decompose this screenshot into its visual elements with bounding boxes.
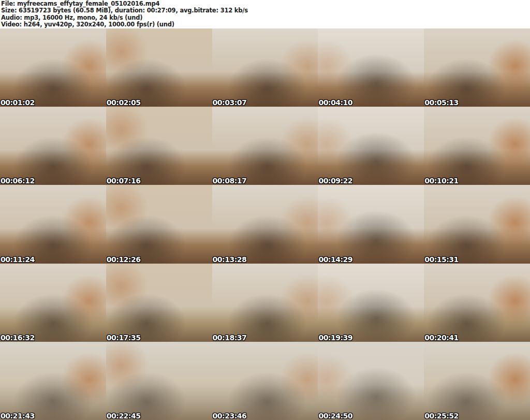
video-thumbnail: 00:05:13 (424, 28, 530, 107)
thumbnail-image (106, 264, 212, 342)
video-thumbnail: 00:22:45 (106, 342, 212, 420)
timestamp-label: 00:23:46 (213, 412, 247, 420)
thumbnail-image (318, 107, 424, 185)
file-info-header: File: myfreecams_effytay_female_05102016… (0, 0, 530, 28)
thumbnail-image (318, 28, 424, 107)
audio-info-line: Audio: mp3, 16000 Hz, mono, 24 kb/s (und… (1, 15, 530, 21)
video-thumbnail: 00:07:16 (106, 107, 212, 185)
video-thumbnail: 00:14:29 (318, 185, 424, 263)
timestamp-label: 00:25:52 (424, 412, 459, 420)
video-thumbnail: 00:03:07 (212, 28, 318, 107)
thumbnail-image (106, 107, 212, 185)
file-name-line: File: myfreecams_effytay_female_05102016… (1, 1, 530, 7)
thumbnail-image (318, 185, 424, 263)
timestamp-label: 00:16:32 (1, 334, 35, 342)
timestamp-label: 00:10:21 (424, 177, 459, 185)
timestamp-label: 00:08:17 (213, 177, 247, 185)
video-thumbnail: 00:02:05 (106, 28, 212, 107)
timestamp-label: 00:02:05 (107, 98, 141, 107)
thumbnail-image (424, 107, 530, 185)
video-thumbnail: 00:10:21 (424, 107, 530, 185)
timestamp-label: 00:12:26 (107, 255, 141, 264)
timestamp-label: 00:17:35 (107, 334, 141, 342)
video-thumbnail: 00:20:41 (424, 264, 530, 342)
file-size-line: Size: 63519723 bytes (60.58 MiB), durati… (1, 7, 530, 14)
timestamp-label: 00:09:22 (318, 177, 352, 185)
timestamp-label: 00:06:12 (1, 177, 35, 185)
thumbnail-image (212, 264, 318, 342)
video-thumbnail: 00:09:22 (318, 107, 424, 185)
thumbnail-image (212, 28, 318, 107)
video-thumbnail: 00:08:17 (212, 107, 318, 185)
thumbnail-image (106, 342, 212, 420)
timestamp-label: 00:07:16 (107, 177, 141, 185)
video-thumbnail: 00:17:35 (106, 264, 212, 342)
timestamp-label: 00:14:29 (318, 255, 352, 264)
video-thumbnail: 00:15:31 (424, 185, 530, 263)
video-info-line: Video: h264, yuv420p, 320x240, 1000.00 f… (1, 21, 530, 28)
timestamp-label: 00:24:50 (318, 412, 352, 420)
video-thumbnail: 00:06:12 (0, 107, 106, 185)
timestamp-label: 00:15:31 (424, 255, 459, 264)
thumbnail-image (0, 28, 106, 107)
timestamp-label: 00:13:28 (213, 255, 247, 264)
timestamp-label: 00:01:02 (1, 98, 35, 107)
timestamp-label: 00:20:41 (424, 334, 459, 342)
video-thumbnail: 00:19:39 (318, 264, 424, 342)
video-thumbnail: 00:04:10 (318, 28, 424, 107)
thumbnail-image (424, 264, 530, 342)
thumbnail-image (0, 342, 106, 420)
thumbnail-image (106, 185, 212, 263)
thumbnail-image (0, 185, 106, 263)
timestamp-label: 00:05:13 (424, 98, 459, 107)
video-thumbnail: 00:25:52 (424, 342, 530, 420)
thumbnail-image (0, 264, 106, 342)
video-thumbnail: 00:16:32 (0, 264, 106, 342)
thumbnail-image (318, 342, 424, 420)
timestamp-label: 00:19:39 (318, 334, 352, 342)
timestamp-label: 00:11:24 (1, 255, 35, 264)
timestamp-label: 00:04:10 (318, 98, 352, 107)
thumbnail-image (212, 185, 318, 263)
thumbnail-image (424, 342, 530, 420)
thumbnail-image (318, 264, 424, 342)
video-thumbnail: 00:12:26 (106, 185, 212, 263)
video-thumbnail: 00:24:50 (318, 342, 424, 420)
thumbnail-image (212, 342, 318, 420)
thumbnail-image (212, 107, 318, 185)
video-thumbnail: 00:13:28 (212, 185, 318, 263)
timestamp-label: 00:21:43 (1, 412, 35, 420)
timestamp-label: 00:22:45 (107, 412, 141, 420)
video-thumbnail: 00:11:24 (0, 185, 106, 263)
thumbnail-image (424, 28, 530, 107)
timestamp-label: 00:18:37 (213, 334, 247, 342)
thumbnail-image (106, 28, 212, 107)
video-thumbnail: 00:18:37 (212, 264, 318, 342)
timestamp-label: 00:03:07 (213, 98, 247, 107)
video-thumbnail: 00:23:46 (212, 342, 318, 420)
video-thumbnail: 00:01:02 (0, 28, 106, 107)
thumbnail-image (424, 185, 530, 263)
thumbnail-grid: 00:01:02 00:02:05 00:03:07 00:04:10 00:0… (0, 28, 530, 420)
thumbnail-image (0, 107, 106, 185)
video-thumbnail: 00:21:43 (0, 342, 106, 420)
